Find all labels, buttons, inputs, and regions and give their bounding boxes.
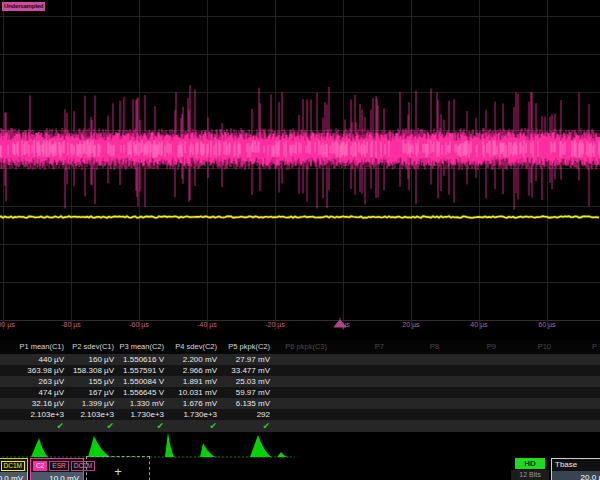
measurement-header-p7[interactable]: P7: [330, 340, 387, 354]
measurement-value: 2.966 mV: [167, 365, 220, 376]
measurement-value: 1.730e+3: [117, 409, 167, 420]
measurement-row-max: 474 µV 167 µV 1.556645 V 10.031 mV 59.97…: [0, 387, 600, 398]
measurement-value: 440 µV: [0, 354, 67, 365]
status-check-icon: ✔: [67, 420, 117, 432]
measurement-header-p4[interactable]: P4 sdev(C2): [167, 340, 220, 354]
measurement-value: 160 µV: [67, 354, 117, 365]
measurement-value: 263 µV: [0, 376, 67, 387]
measurement-value: 1.399 µV: [67, 398, 117, 409]
histogram-trace: [0, 432, 600, 458]
measurement-value: 59.97 mV: [220, 387, 273, 398]
timebase-value: 20.0 µs: [552, 471, 600, 480]
time-tick-label: 40 µs: [449, 321, 509, 328]
measurement-value: 10.031 mV: [167, 387, 220, 398]
measurement-value: 1.891 mV: [167, 376, 220, 387]
measurement-value: 1.557591 V: [117, 365, 167, 376]
measurement-header-p1[interactable]: P1 mean(C1): [0, 340, 67, 354]
add-trace-button[interactable]: +: [86, 456, 150, 480]
status-check-icon: ✔: [0, 420, 67, 432]
measurement-row-sdev: 32.16 µV 1.399 µV 1.330 mV 1.676 mV 6.13…: [0, 398, 600, 409]
measurement-row-value: 440 µV 160 µV 1.550616 V 2.200 mV 27.97 …: [0, 354, 600, 365]
measurement-value: 1.550084 V: [117, 376, 167, 387]
timebase-title: Tbase: [552, 459, 600, 471]
measurement-value: 158.308 µV: [67, 365, 117, 376]
measurement-value: 1.676 mV: [167, 398, 220, 409]
time-tick-label: 60 µs: [517, 321, 577, 328]
measurement-value: 2.103e+3: [67, 409, 117, 420]
time-tick-label: -20 µs: [245, 321, 305, 328]
measurement-table: P1 mean(C1) P2 sdev(C1) P3 mean(C2) P4 s…: [0, 340, 600, 432]
measurement-value: 2.103e+3: [0, 409, 67, 420]
measurement-header-p10[interactable]: P10: [499, 340, 554, 354]
oscilloscope-screen: Undersampled -100 µs -80 µs -60 µs -40 µ…: [0, 0, 600, 480]
measurement-value: 363.98 µV: [0, 365, 67, 376]
status-check-icon: ✔: [117, 420, 167, 432]
measurement-value: 474 µV: [0, 387, 67, 398]
measurement-value: 32.16 µV: [0, 398, 67, 409]
time-tick-label: -100 µs: [0, 321, 33, 328]
measurement-value: 1.730e+3: [167, 409, 220, 420]
timebase-descriptor[interactable]: Tbase 20.0 µs: [551, 458, 600, 480]
measurement-value: 25.03 mV: [220, 376, 273, 387]
measurement-header-row: P1 mean(C1) P2 sdev(C1) P3 mean(C2) P4 s…: [0, 340, 600, 354]
c1-coupling-badge: DC1M: [1, 461, 25, 471]
measurement-header-p8[interactable]: P8: [387, 340, 442, 354]
c1-scale-value: 10.0 mV: [0, 472, 27, 480]
c2-scale-value: 10.0 mV: [31, 472, 83, 480]
measurement-value: 2.200 mV: [167, 354, 220, 365]
measurement-value: 6.135 mV: [220, 398, 273, 409]
measurement-header-p5[interactable]: P5 pkpk(C2): [220, 340, 273, 354]
c2-esr-badge: ESR: [49, 461, 68, 471]
measurement-value: 27.97 mV: [220, 354, 273, 365]
measurement-value: 292: [220, 409, 273, 420]
hd-mode-badge: HD: [515, 458, 545, 469]
channel-descriptor-c2[interactable]: C2 ESR DC1M 10.0 mV: [30, 458, 84, 480]
measurement-header-p6[interactable]: P6 pkpk(C3): [273, 340, 330, 354]
hd-bits-label: 12 Bits: [511, 470, 549, 480]
measurement-header-p11[interactable]: P: [554, 340, 600, 354]
measurement-value: 167 µV: [67, 387, 117, 398]
status-check-icon: ✔: [220, 420, 273, 432]
channel-descriptor-c1[interactable]: DC1M 10.0 mV: [0, 458, 28, 480]
measurement-header-p3[interactable]: P3 mean(C2): [117, 340, 167, 354]
measurement-header-p9[interactable]: P9: [442, 340, 499, 354]
measurement-status-row: ✔ ✔ ✔ ✔ ✔: [0, 420, 600, 432]
undersampled-warning-badge: Undersampled: [2, 2, 45, 11]
measurement-row-num: 2.103e+3 2.103e+3 1.730e+3 1.730e+3 292: [0, 409, 600, 420]
time-tick-label: -60 µs: [109, 321, 169, 328]
waveform-area: [0, 0, 600, 330]
c2-channel-badge: C2: [33, 461, 47, 471]
status-check-icon: ✔: [167, 420, 220, 432]
trigger-position-marker[interactable]: [328, 316, 352, 330]
time-tick-label: -80 µs: [41, 321, 101, 328]
time-tick-label: -40 µs: [177, 321, 237, 328]
measurement-value: 1.550616 V: [117, 354, 167, 365]
measurement-header-p2[interactable]: P2 sdev(C1): [67, 340, 117, 354]
plus-icon: +: [114, 464, 122, 479]
measurement-value: 33.477 mV: [220, 365, 273, 376]
measurement-value: 1.556645 V: [117, 387, 167, 398]
measurement-row-min: 263 µV 155 µV 1.550084 V 1.891 mV 25.03 …: [0, 376, 600, 387]
measurement-row-mean: 363.98 µV 158.308 µV 1.557591 V 2.966 mV…: [0, 365, 600, 376]
measurement-value: 155 µV: [67, 376, 117, 387]
time-tick-label: 20 µs: [381, 321, 441, 328]
measurement-value: 1.330 mV: [117, 398, 167, 409]
